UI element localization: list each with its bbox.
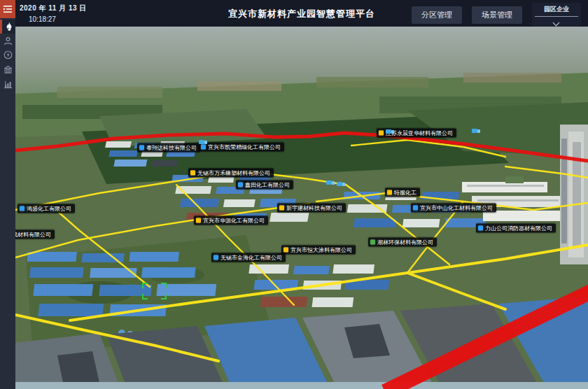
truck-icon[interactable] xyxy=(199,139,207,145)
company-name: 潮林环保材料有限公司 xyxy=(377,239,433,246)
company-marker-icon xyxy=(379,131,384,136)
hamburger-menu-icon[interactable] xyxy=(0,0,15,18)
company-name: 新宇建材科技有限公司 xyxy=(286,204,342,212)
company-marker-icon xyxy=(214,255,218,260)
company-name: 无锡市万禾橡塑材料有限公司 xyxy=(197,169,270,177)
map-company-label[interactable]: 新宇建材科技有限公司 xyxy=(277,204,346,213)
bar-chart-icon xyxy=(4,80,13,89)
selection-target-box xyxy=(142,283,167,299)
map-company-label[interactable]: 宜兴市凯荣精细化工有限公司 xyxy=(199,143,284,152)
company-name: 力山公司消防器材有限公司 xyxy=(485,225,552,232)
person-icon xyxy=(4,36,13,45)
truck-icon[interactable] xyxy=(386,129,394,134)
map-company-label[interactable]: 泰翔达科技有限公司 xyxy=(137,143,200,153)
park-enterprise-dropdown[interactable]: 园区企业 xyxy=(532,3,581,27)
company-name: 特服化工 xyxy=(394,189,416,197)
company-marker-icon xyxy=(196,218,201,223)
company-marker-icon xyxy=(279,206,284,211)
map-company-label[interactable]: 力山公司消防器材有限公司 xyxy=(476,224,556,233)
map-company-label[interactable]: 宜兴市华源化工有限公司 xyxy=(194,216,268,225)
zone-management-button[interactable]: 分区管理 xyxy=(412,6,462,24)
company-name: 宜兴市华源化工有限公司 xyxy=(203,217,265,225)
sidebar-item-user[interactable] xyxy=(0,34,15,48)
map-company-label[interactable]: 潮林环保材料有限公司 xyxy=(368,238,437,247)
map-company-label[interactable]: 无锡市万禾橡塑材料有限公司 xyxy=(188,169,274,178)
map-company-label[interactable]: 宜兴市恒大涂料有限公司 xyxy=(281,246,356,255)
map-company-label[interactable]: 鸿盛化工有限公司 xyxy=(18,204,75,213)
sidebar xyxy=(0,0,15,389)
chevron-down-icon xyxy=(554,20,559,25)
company-marker-icon xyxy=(201,145,206,150)
header: 2020 年 11 月 13 日 10:18:27 宜兴市新材料产业园智慧管理平… xyxy=(15,0,588,27)
company-marker-icon xyxy=(20,206,24,211)
flame-icon xyxy=(5,22,13,31)
company-name: 宜兴市中山化工材料有限公司 xyxy=(420,204,493,212)
company-marker-icon xyxy=(413,206,418,211)
map-company-label[interactable]: 特服化工 xyxy=(385,188,420,197)
map-company-label[interactable]: 无锡市金海化工有限公司 xyxy=(211,253,286,262)
smart-park-platform: 2020 年 11 月 13 日 10:18:27 宜兴市新材料产业园智慧管理平… xyxy=(0,0,588,389)
company-marker-icon xyxy=(190,171,195,176)
divider xyxy=(535,16,578,17)
sidebar-item-energy[interactable] xyxy=(0,48,15,62)
map-overlay: 泰翔达科技有限公司宜兴市凯荣精细化工有限公司无锡市万禾橡塑材料有限公司鑫田化工有… xyxy=(15,27,588,389)
truck-icon[interactable] xyxy=(472,128,480,134)
map-company-label[interactable]: 宜兴市中山化工材料有限公司 xyxy=(411,204,496,213)
sidebar-item-enterprise[interactable] xyxy=(0,62,15,76)
map-company-label[interactable]: 宜兴市天成材料有限公司 xyxy=(15,230,55,239)
map-company-label[interactable]: 鑫田化工有限公司 xyxy=(236,181,293,190)
company-name: 泰翔达科技有限公司 xyxy=(146,144,197,152)
park-enterprise-label: 园区企业 xyxy=(544,5,569,14)
map-3d-view[interactable]: 泰翔达科技有限公司宜兴市凯荣精细化工有限公司无锡市万禾橡塑材料有限公司鑫田化工有… xyxy=(15,27,588,389)
company-marker-icon xyxy=(284,248,288,253)
header-actions: 分区管理 场景管理 园区企业 xyxy=(412,3,581,27)
company-name: 江苏永晨亚华材料有限公司 xyxy=(386,129,453,137)
power-icon xyxy=(4,50,13,59)
company-marker-icon xyxy=(478,226,483,231)
company-name: 宜兴市恒大涂料有限公司 xyxy=(290,246,352,254)
company-marker-icon xyxy=(139,146,144,150)
company-marker-icon xyxy=(370,240,375,245)
truck-icon[interactable] xyxy=(337,181,345,187)
building-icon xyxy=(4,65,13,74)
company-name: 无锡市金海化工有限公司 xyxy=(220,254,282,262)
company-marker-icon xyxy=(387,190,392,195)
truck-icon[interactable] xyxy=(326,180,335,185)
company-name: 宜兴市天成材料有限公司 xyxy=(15,231,51,239)
scene-management-button[interactable]: 场景管理 xyxy=(472,6,522,24)
company-name: 鸿盛化工有限公司 xyxy=(27,205,71,213)
sidebar-item-statistics[interactable] xyxy=(0,77,15,91)
company-name: 宜兴市凯荣精细化工有限公司 xyxy=(208,143,281,151)
company-name: 鑫田化工有限公司 xyxy=(245,181,290,189)
company-marker-icon xyxy=(238,183,243,188)
sidebar-item-fire[interactable] xyxy=(0,20,15,34)
